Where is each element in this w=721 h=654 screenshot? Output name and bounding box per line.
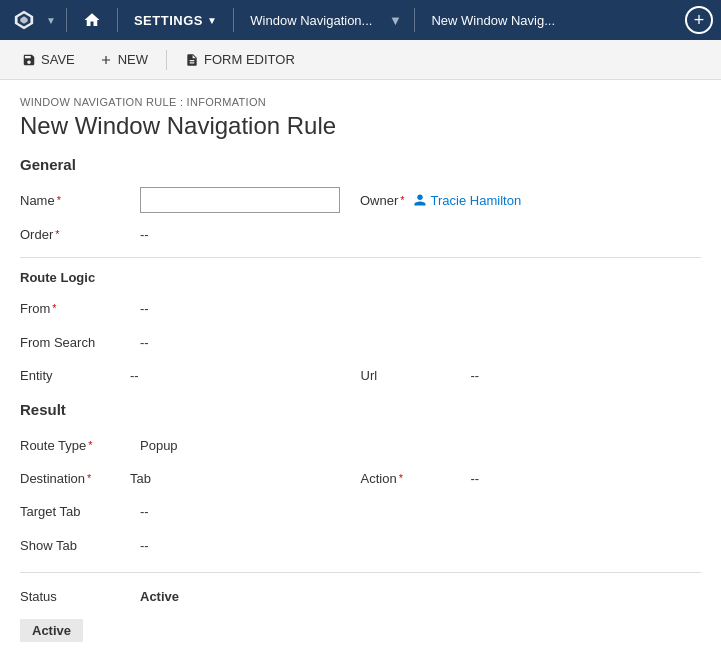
- save-label: SAVE: [41, 52, 75, 67]
- show-tab-label: Show Tab: [20, 538, 140, 553]
- from-value: --: [140, 301, 701, 316]
- settings-nav-button[interactable]: SETTINGS ▼: [126, 9, 225, 32]
- settings-nav-label: SETTINGS: [134, 13, 203, 28]
- form-editor-label: FORM EDITOR: [204, 52, 295, 67]
- result-section-title: Result: [20, 401, 701, 418]
- name-required-star: *: [57, 194, 61, 206]
- nav-divider-4: [414, 8, 415, 32]
- route-logic-section: Route Logic From * -- From Search -- Ent…: [20, 270, 701, 389]
- page-title: New Window Navigation Rule: [20, 112, 701, 140]
- from-search-row: From Search --: [20, 327, 701, 357]
- destination-required-star: *: [87, 472, 91, 484]
- entity-label: Entity: [20, 368, 130, 383]
- general-section: General Name * Owner * Tracie Hamilton: [20, 156, 701, 249]
- route-logic-divider: [20, 257, 701, 258]
- order-row: Order * --: [20, 219, 701, 249]
- settings-chevron-icon: ▼: [207, 15, 217, 26]
- result-section: Result Route Type * Popup Destination * …: [20, 401, 701, 560]
- nav-divider-3: [233, 8, 234, 32]
- status-row: Status Active: [20, 581, 701, 611]
- entity-value: --: [130, 368, 139, 383]
- breadcrumb-nav-2-label: New Window Navig...: [431, 13, 555, 28]
- route-logic-title: Route Logic: [20, 270, 701, 285]
- action-required-star: *: [399, 472, 403, 484]
- status-section: Status Active Active: [20, 572, 701, 642]
- top-nav: ▼ SETTINGS ▼ Window Navigation... ▼ New …: [0, 0, 721, 40]
- name-label: Name *: [20, 193, 140, 208]
- nav-divider-2: [117, 8, 118, 32]
- status-active-badge: Active: [20, 619, 83, 642]
- owner-label: Owner *: [360, 193, 405, 208]
- show-tab-value: --: [140, 538, 701, 553]
- toolbar-separator: [166, 50, 167, 70]
- target-tab-value: --: [140, 504, 701, 519]
- from-label: From *: [20, 301, 140, 316]
- action-label: Action *: [361, 471, 471, 486]
- owner-link[interactable]: Tracie Hamilton: [413, 193, 522, 208]
- breadcrumb-chevron[interactable]: ▼: [384, 9, 406, 31]
- order-label: Order *: [20, 227, 140, 242]
- route-type-row: Route Type * Popup: [20, 430, 701, 460]
- status-label: Status: [20, 589, 140, 604]
- action-value: --: [471, 471, 480, 486]
- show-tab-row: Show Tab --: [20, 530, 701, 560]
- destination-value: Tab: [130, 471, 151, 486]
- order-required-star: *: [55, 228, 59, 240]
- toolbar: SAVE NEW FORM EDITOR: [0, 40, 721, 80]
- entity-col: Entity --: [20, 368, 361, 383]
- target-tab-row: Target Tab --: [20, 496, 701, 526]
- destination-col: Destination * Tab: [20, 471, 361, 486]
- destination-action-row: Destination * Tab Action * --: [20, 464, 701, 492]
- action-col: Action * --: [361, 471, 702, 486]
- owner-required-star: *: [400, 194, 404, 206]
- from-search-value: --: [140, 335, 701, 350]
- nav-add-button[interactable]: +: [685, 6, 713, 34]
- entity-url-row: Entity -- Url --: [20, 361, 701, 389]
- target-tab-label: Target Tab: [20, 504, 140, 519]
- route-type-required-star: *: [88, 439, 92, 451]
- app-logo[interactable]: [8, 4, 40, 36]
- new-button[interactable]: NEW: [89, 47, 158, 72]
- page-breadcrumb: WINDOW NAVIGATION RULE : INFORMATION: [20, 96, 701, 108]
- name-owner-row: Name * Owner * Tracie Hamilton: [20, 185, 701, 215]
- logo-chevron[interactable]: ▼: [44, 15, 58, 26]
- general-section-title: General: [20, 156, 701, 173]
- owner-value: Tracie Hamilton: [431, 193, 522, 208]
- main-content: WINDOW NAVIGATION RULE : INFORMATION New…: [0, 80, 721, 654]
- order-value: --: [140, 227, 701, 242]
- url-col: Url --: [361, 368, 702, 383]
- url-label: Url: [361, 368, 471, 383]
- from-search-label: From Search: [20, 335, 140, 350]
- destination-label: Destination *: [20, 471, 130, 486]
- status-section-divider: [20, 572, 701, 573]
- owner-group: Owner * Tracie Hamilton: [360, 193, 521, 208]
- route-type-label: Route Type *: [20, 438, 140, 453]
- breadcrumb-nav-2[interactable]: New Window Navig...: [423, 9, 563, 32]
- status-value: Active: [140, 589, 701, 604]
- breadcrumb-nav-1[interactable]: Window Navigation...: [242, 9, 380, 32]
- nav-divider-1: [66, 8, 67, 32]
- new-label: NEW: [118, 52, 148, 67]
- url-value: --: [471, 368, 480, 383]
- save-button[interactable]: SAVE: [12, 47, 85, 72]
- home-button[interactable]: [75, 3, 109, 37]
- from-required-star: *: [52, 302, 56, 314]
- route-type-value: Popup: [140, 438, 701, 453]
- from-row: From * --: [20, 293, 701, 323]
- form-editor-button[interactable]: FORM EDITOR: [175, 47, 305, 72]
- breadcrumb-nav-1-label: Window Navigation...: [250, 13, 372, 28]
- name-input[interactable]: [140, 187, 340, 213]
